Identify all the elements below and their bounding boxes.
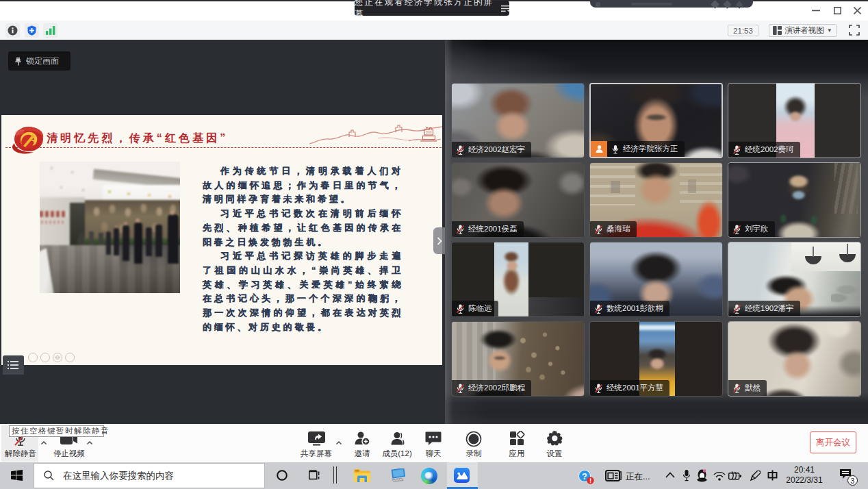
- svg-text:?: ?: [582, 471, 587, 481]
